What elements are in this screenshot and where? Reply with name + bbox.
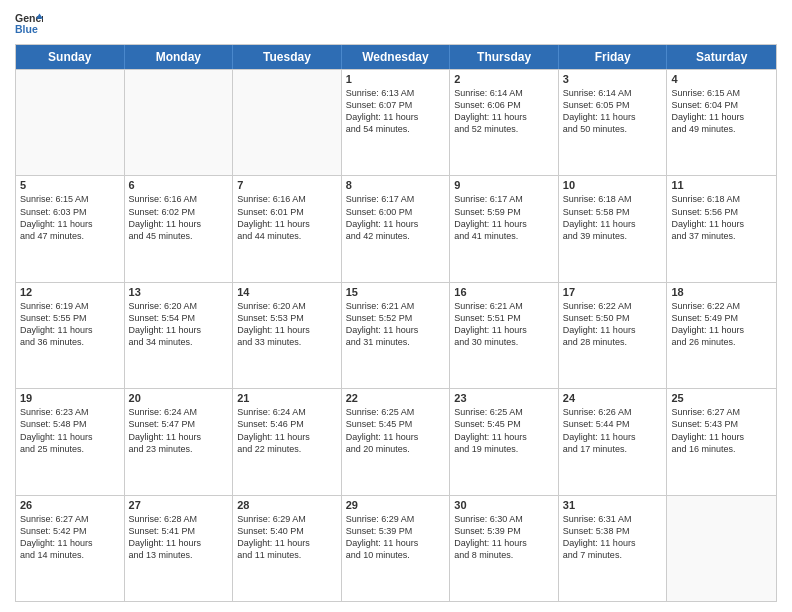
day-number: 27 [129, 499, 229, 511]
day-info: Sunrise: 6:28 AM Sunset: 5:41 PM Dayligh… [129, 513, 229, 562]
calendar-cell [667, 496, 776, 601]
calendar-cell: 25Sunrise: 6:27 AM Sunset: 5:43 PM Dayli… [667, 389, 776, 494]
calendar-day-header: Tuesday [233, 45, 342, 69]
day-info: Sunrise: 6:29 AM Sunset: 5:39 PM Dayligh… [346, 513, 446, 562]
calendar-header-row: SundayMondayTuesdayWednesdayThursdayFrid… [16, 45, 776, 69]
day-info: Sunrise: 6:17 AM Sunset: 6:00 PM Dayligh… [346, 193, 446, 242]
day-info: Sunrise: 6:19 AM Sunset: 5:55 PM Dayligh… [20, 300, 120, 349]
day-number: 3 [563, 73, 663, 85]
day-info: Sunrise: 6:14 AM Sunset: 6:06 PM Dayligh… [454, 87, 554, 136]
day-info: Sunrise: 6:25 AM Sunset: 5:45 PM Dayligh… [454, 406, 554, 455]
calendar-body: 1Sunrise: 6:13 AM Sunset: 6:07 PM Daylig… [16, 69, 776, 601]
logo-icon: General Blue [15, 10, 43, 38]
day-number: 10 [563, 179, 663, 191]
day-number: 11 [671, 179, 772, 191]
calendar-cell: 16Sunrise: 6:21 AM Sunset: 5:51 PM Dayli… [450, 283, 559, 388]
calendar-cell: 23Sunrise: 6:25 AM Sunset: 5:45 PM Dayli… [450, 389, 559, 494]
calendar-cell [125, 70, 234, 175]
calendar-day-header: Monday [125, 45, 234, 69]
calendar-cell: 11Sunrise: 6:18 AM Sunset: 5:56 PM Dayli… [667, 176, 776, 281]
calendar-cell: 7Sunrise: 6:16 AM Sunset: 6:01 PM Daylig… [233, 176, 342, 281]
day-number: 25 [671, 392, 772, 404]
calendar-cell: 31Sunrise: 6:31 AM Sunset: 5:38 PM Dayli… [559, 496, 668, 601]
day-number: 18 [671, 286, 772, 298]
calendar-cell: 8Sunrise: 6:17 AM Sunset: 6:00 PM Daylig… [342, 176, 451, 281]
calendar-cell: 28Sunrise: 6:29 AM Sunset: 5:40 PM Dayli… [233, 496, 342, 601]
svg-text:Blue: Blue [15, 23, 38, 35]
day-number: 2 [454, 73, 554, 85]
day-number: 30 [454, 499, 554, 511]
calendar-week: 12Sunrise: 6:19 AM Sunset: 5:55 PM Dayli… [16, 282, 776, 388]
calendar-cell: 21Sunrise: 6:24 AM Sunset: 5:46 PM Dayli… [233, 389, 342, 494]
calendar-cell: 29Sunrise: 6:29 AM Sunset: 5:39 PM Dayli… [342, 496, 451, 601]
calendar-cell: 22Sunrise: 6:25 AM Sunset: 5:45 PM Dayli… [342, 389, 451, 494]
calendar-cell: 9Sunrise: 6:17 AM Sunset: 5:59 PM Daylig… [450, 176, 559, 281]
calendar-week: 1Sunrise: 6:13 AM Sunset: 6:07 PM Daylig… [16, 69, 776, 175]
day-number: 1 [346, 73, 446, 85]
day-number: 21 [237, 392, 337, 404]
day-info: Sunrise: 6:17 AM Sunset: 5:59 PM Dayligh… [454, 193, 554, 242]
calendar-cell: 30Sunrise: 6:30 AM Sunset: 5:39 PM Dayli… [450, 496, 559, 601]
day-number: 17 [563, 286, 663, 298]
day-number: 8 [346, 179, 446, 191]
day-info: Sunrise: 6:31 AM Sunset: 5:38 PM Dayligh… [563, 513, 663, 562]
page-header: General Blue [15, 10, 777, 38]
calendar-cell: 5Sunrise: 6:15 AM Sunset: 6:03 PM Daylig… [16, 176, 125, 281]
day-info: Sunrise: 6:21 AM Sunset: 5:52 PM Dayligh… [346, 300, 446, 349]
calendar-cell: 14Sunrise: 6:20 AM Sunset: 5:53 PM Dayli… [233, 283, 342, 388]
day-number: 23 [454, 392, 554, 404]
calendar-day-header: Thursday [450, 45, 559, 69]
day-info: Sunrise: 6:18 AM Sunset: 5:56 PM Dayligh… [671, 193, 772, 242]
day-info: Sunrise: 6:24 AM Sunset: 5:47 PM Dayligh… [129, 406, 229, 455]
day-info: Sunrise: 6:15 AM Sunset: 6:03 PM Dayligh… [20, 193, 120, 242]
day-info: Sunrise: 6:22 AM Sunset: 5:49 PM Dayligh… [671, 300, 772, 349]
calendar-cell: 1Sunrise: 6:13 AM Sunset: 6:07 PM Daylig… [342, 70, 451, 175]
day-number: 12 [20, 286, 120, 298]
day-number: 15 [346, 286, 446, 298]
calendar-week: 5Sunrise: 6:15 AM Sunset: 6:03 PM Daylig… [16, 175, 776, 281]
day-number: 20 [129, 392, 229, 404]
calendar-cell: 2Sunrise: 6:14 AM Sunset: 6:06 PM Daylig… [450, 70, 559, 175]
day-info: Sunrise: 6:24 AM Sunset: 5:46 PM Dayligh… [237, 406, 337, 455]
day-number: 28 [237, 499, 337, 511]
day-info: Sunrise: 6:21 AM Sunset: 5:51 PM Dayligh… [454, 300, 554, 349]
day-number: 7 [237, 179, 337, 191]
day-info: Sunrise: 6:29 AM Sunset: 5:40 PM Dayligh… [237, 513, 337, 562]
calendar-week: 19Sunrise: 6:23 AM Sunset: 5:48 PM Dayli… [16, 388, 776, 494]
day-number: 26 [20, 499, 120, 511]
calendar-cell: 6Sunrise: 6:16 AM Sunset: 6:02 PM Daylig… [125, 176, 234, 281]
day-info: Sunrise: 6:30 AM Sunset: 5:39 PM Dayligh… [454, 513, 554, 562]
day-number: 22 [346, 392, 446, 404]
day-number: 5 [20, 179, 120, 191]
calendar-week: 26Sunrise: 6:27 AM Sunset: 5:42 PM Dayli… [16, 495, 776, 601]
day-info: Sunrise: 6:16 AM Sunset: 6:01 PM Dayligh… [237, 193, 337, 242]
calendar-cell: 3Sunrise: 6:14 AM Sunset: 6:05 PM Daylig… [559, 70, 668, 175]
day-info: Sunrise: 6:22 AM Sunset: 5:50 PM Dayligh… [563, 300, 663, 349]
day-number: 31 [563, 499, 663, 511]
day-info: Sunrise: 6:13 AM Sunset: 6:07 PM Dayligh… [346, 87, 446, 136]
day-number: 6 [129, 179, 229, 191]
day-info: Sunrise: 6:15 AM Sunset: 6:04 PM Dayligh… [671, 87, 772, 136]
day-info: Sunrise: 6:23 AM Sunset: 5:48 PM Dayligh… [20, 406, 120, 455]
calendar-cell: 27Sunrise: 6:28 AM Sunset: 5:41 PM Dayli… [125, 496, 234, 601]
calendar-day-header: Wednesday [342, 45, 451, 69]
day-number: 13 [129, 286, 229, 298]
logo: General Blue [15, 10, 43, 38]
calendar-cell: 13Sunrise: 6:20 AM Sunset: 5:54 PM Dayli… [125, 283, 234, 388]
day-info: Sunrise: 6:27 AM Sunset: 5:43 PM Dayligh… [671, 406, 772, 455]
calendar-cell: 20Sunrise: 6:24 AM Sunset: 5:47 PM Dayli… [125, 389, 234, 494]
calendar-cell: 26Sunrise: 6:27 AM Sunset: 5:42 PM Dayli… [16, 496, 125, 601]
calendar: SundayMondayTuesdayWednesdayThursdayFrid… [15, 44, 777, 602]
calendar-cell [16, 70, 125, 175]
day-info: Sunrise: 6:25 AM Sunset: 5:45 PM Dayligh… [346, 406, 446, 455]
day-number: 14 [237, 286, 337, 298]
day-number: 4 [671, 73, 772, 85]
calendar-cell: 24Sunrise: 6:26 AM Sunset: 5:44 PM Dayli… [559, 389, 668, 494]
calendar-cell: 10Sunrise: 6:18 AM Sunset: 5:58 PM Dayli… [559, 176, 668, 281]
day-info: Sunrise: 6:27 AM Sunset: 5:42 PM Dayligh… [20, 513, 120, 562]
calendar-day-header: Friday [559, 45, 668, 69]
calendar-day-header: Saturday [667, 45, 776, 69]
day-number: 24 [563, 392, 663, 404]
day-number: 16 [454, 286, 554, 298]
calendar-cell: 12Sunrise: 6:19 AM Sunset: 5:55 PM Dayli… [16, 283, 125, 388]
